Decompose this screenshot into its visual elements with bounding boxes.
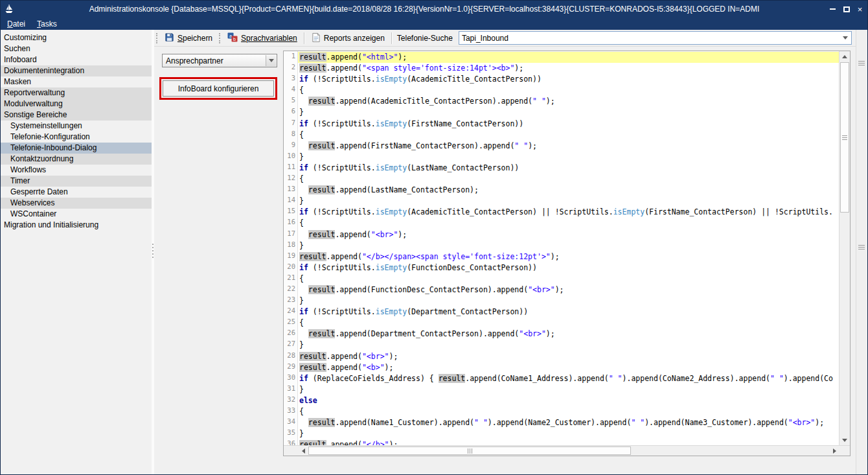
toolbar: Speichern a b Sprachvariablen — [154, 30, 856, 47]
code-line: } — [298, 384, 839, 395]
reports-anzeigen-button[interactable]: Reports anzeigen — [310, 31, 387, 45]
line-number: 10 — [284, 152, 297, 163]
scroll-up-arrow[interactable] — [839, 51, 850, 62]
code-line: } — [298, 196, 839, 207]
scroll-left-arrow[interactable] — [298, 446, 308, 456]
sidebar-item-infoboard[interactable]: Infoboard — [1, 54, 152, 65]
toolbar-grip-icon — [156, 33, 158, 43]
sidebar-item-reportverwaltung[interactable]: Reportverwaltung — [1, 87, 152, 98]
code-line: result.append(Department_ContactPerson).… — [298, 329, 839, 340]
code-line: if (!ScriptUtils.isEmpty(FunctionDesc_Co… — [298, 262, 839, 273]
code-line: result.append("<br>"); — [298, 351, 839, 362]
splitter-grip-icon — [858, 245, 865, 249]
sailboat-icon — [4, 4, 14, 14]
line-number: 8 — [284, 130, 297, 141]
sidebar-item-suchen[interactable]: Suchen — [1, 43, 152, 54]
sidebar-item-telefonie-konfiguration[interactable]: Telefonie-Konfiguration — [1, 132, 152, 143]
line-number: 15 — [284, 207, 297, 218]
line-number: 18 — [284, 240, 297, 251]
code-line: result.append("<span style='font-size:14… — [298, 63, 839, 74]
line-number: 9 — [284, 141, 297, 152]
vertical-scroll-thumb[interactable] — [840, 62, 849, 213]
line-number: 35 — [284, 428, 297, 439]
editor-horizontal-scrollbar[interactable] — [298, 446, 839, 456]
horizontal-scroll-thumb[interactable] — [308, 446, 631, 455]
line-number: 5 — [284, 96, 297, 107]
app-window: Administrationskonsole {Database=MSSQL}{… — [0, 0, 868, 475]
sidebar-item-gesperrte-daten[interactable]: Gesperrte Daten — [1, 187, 152, 198]
sidebar-item-wscontainer[interactable]: WSContainer — [1, 209, 152, 220]
sidebar-item-dokumentenintegration[interactable]: Dokumentenintegration — [1, 65, 152, 76]
code-line: result.append("</b>"); — [298, 439, 839, 445]
code-line: } — [298, 240, 839, 251]
scrollbar-corner — [839, 446, 850, 456]
horizontal-scroll-track[interactable] — [308, 446, 829, 456]
sidebar-item-modulverwaltung[interactable]: Modulverwaltung — [1, 98, 152, 110]
code-line: if (!ScriptUtils.isEmpty(Department_Cont… — [298, 307, 839, 318]
code-line: { — [298, 273, 839, 284]
report-icon — [312, 32, 321, 44]
scroll-down-arrow[interactable] — [839, 435, 850, 445]
line-number: 12 — [284, 174, 297, 185]
maximize-icon[interactable] — [841, 4, 852, 15]
window-title: Administrationskonsole {Database=MSSQL}{… — [20, 5, 828, 14]
menubar: Datei Tasks — [1, 17, 867, 30]
code-line: } — [298, 107, 839, 118]
code-area[interactable]: result.append("<html>");result.append("<… — [298, 51, 839, 445]
code-line: { — [298, 85, 839, 96]
sidebar-item-kontaktzuordnung[interactable]: Kontaktzuordnung — [1, 154, 152, 165]
line-number: 1 — [284, 52, 297, 63]
line-number: 25 — [284, 318, 297, 329]
line-number: 30 — [284, 373, 297, 384]
sidebar-item-sonstige-bereiche[interactable]: Sonstige Bereiche — [1, 110, 152, 121]
minimize-icon[interactable] — [827, 4, 838, 15]
code-line: if (!ScriptUtils.isEmpty(LastName_Contac… — [298, 163, 839, 174]
code-line: { — [298, 406, 839, 417]
editor-vertical-scrollbar[interactable] — [839, 51, 850, 445]
telefonie-suche-combobox[interactable]: Tapi_Inbound — [459, 31, 852, 45]
line-number: 19 — [284, 251, 297, 262]
sidebar-item-telefonie-inbound-dialog[interactable]: Telefonie-Inbound-Dialog — [1, 143, 152, 154]
ansprechpartner-value: Ansprechpartner — [166, 56, 223, 65]
config-subpanel: Ansprechpartner InfoBoard konfigurieren — [154, 47, 283, 474]
sidebar-item-systemeinstellungen[interactable]: Systemeinstellungen — [1, 121, 152, 132]
toolbar-grip-icon — [219, 33, 221, 43]
sprachvariablen-button[interactable]: a b Sprachvariablen — [225, 31, 299, 45]
line-number: 13 — [284, 185, 297, 196]
scroll-right-arrow[interactable] — [829, 446, 839, 456]
menu-datei[interactable]: Datei — [7, 19, 25, 29]
sidebar-item-timer[interactable]: Timer — [1, 176, 152, 187]
line-number: 23 — [284, 295, 297, 307]
right-panel-splitter[interactable] — [856, 30, 867, 474]
chevron-down-icon[interactable] — [840, 33, 850, 43]
line-number: 34 — [284, 417, 297, 428]
line-number: 16 — [284, 218, 297, 229]
vertical-scroll-track[interactable] — [839, 62, 850, 435]
line-number: 31 — [284, 384, 297, 395]
ansprechpartner-combobox[interactable]: Ansprechpartner — [162, 54, 277, 67]
line-number: 6 — [284, 107, 297, 118]
sidebar-item-migration-und-initialisierung[interactable]: Migration und Initialisierung — [1, 220, 152, 231]
toolbar-separator — [391, 32, 393, 44]
speichern-button[interactable]: Speichern — [163, 31, 214, 45]
telefonie-suche-value: Tapi_Inbound — [462, 34, 508, 43]
sidebar-item-masken[interactable]: Masken — [1, 76, 152, 87]
sidebar-item-webservices[interactable]: Webservices — [1, 198, 152, 209]
code-line: result.append("<b>"); — [298, 362, 839, 373]
line-number-gutter: 1234567891011121314151617181920212223242… — [284, 51, 298, 445]
infoboard-konfigurieren-button[interactable]: InfoBoard konfigurieren — [163, 80, 274, 97]
menu-tasks[interactable]: Tasks — [37, 19, 57, 29]
code-line: result.append(FunctionDesc_ContactPerson… — [298, 284, 839, 295]
chevron-down-icon[interactable] — [266, 55, 276, 66]
code-line: result.append("</b></span><span style='f… — [298, 251, 839, 262]
code-line: } — [298, 152, 839, 163]
sidebar-item-workflows[interactable]: Workflows — [1, 165, 152, 176]
code-line: if (ReplaceCoFields_Address) { result.ap… — [298, 373, 839, 384]
sidebar-item-customizing[interactable]: Customizing — [1, 32, 152, 43]
titlebar: Administrationskonsole {Database=MSSQL}{… — [1, 1, 867, 17]
close-icon[interactable]: × — [854, 4, 865, 15]
line-number: 28 — [284, 351, 297, 362]
window-controls: × — [823, 1, 865, 17]
code-line: } — [298, 340, 839, 351]
code-line: result.append(AcademicTitle_ContactPerso… — [298, 96, 839, 107]
